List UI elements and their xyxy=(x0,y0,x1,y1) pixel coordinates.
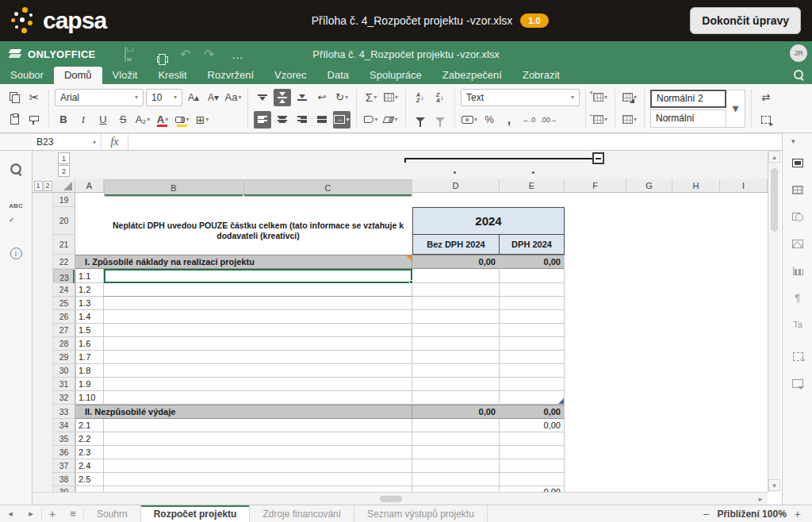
cell-bc[interactable] xyxy=(104,324,412,337)
horizontal-scrollbar[interactable]: ▸ xyxy=(33,492,768,505)
redo-button[interactable]: ↷ xyxy=(199,47,220,62)
row-header[interactable]: 37 xyxy=(53,459,75,473)
cell-bc[interactable] xyxy=(104,297,412,310)
column-header-d[interactable]: D xyxy=(412,179,500,192)
name-box[interactable]: B23 ▾ xyxy=(32,134,102,150)
sheet-list-button[interactable]: ≡ xyxy=(63,505,83,522)
image-settings-icon[interactable] xyxy=(791,236,805,251)
font-size-select[interactable]: 10▾ xyxy=(146,89,182,106)
cell-a[interactable]: 1.1 xyxy=(75,269,104,283)
sheet-tab-rozpocet-projektu[interactable]: Rozpočet projektu xyxy=(141,505,251,522)
orientation-button[interactable]: ↻▾ xyxy=(333,89,350,106)
cell-settings-icon[interactable] xyxy=(791,155,805,170)
cell-a[interactable]: 2.1 xyxy=(75,419,104,432)
row-header[interactable]: 34 xyxy=(53,419,75,432)
search-icon[interactable] xyxy=(793,69,804,80)
cell-bc[interactable] xyxy=(104,337,412,351)
add-sheet-button[interactable]: + xyxy=(42,505,63,522)
tab-data[interactable]: Data xyxy=(317,67,359,84)
format-as-table-button[interactable]: ▾ xyxy=(621,111,638,129)
cell-style-normal[interactable]: Normální xyxy=(650,109,726,128)
row-header[interactable]: 36 xyxy=(53,446,75,459)
row-header[interactable]: 25 xyxy=(53,297,75,310)
vertical-scrollbar[interactable]: ▴ ▾ xyxy=(768,151,780,492)
font-color-button[interactable]: A▾ xyxy=(154,111,171,129)
tab-rozvrzeni[interactable]: Rozvržení xyxy=(197,67,265,84)
tab-vlozit[interactable]: Vložit xyxy=(102,67,148,84)
cell-e[interactable]: 0,00 xyxy=(500,486,565,492)
cell-a[interactable]: 1.4 xyxy=(75,310,104,324)
cell-e[interactable] xyxy=(500,473,565,486)
cell-e[interactable] xyxy=(500,459,565,473)
next-sheet-button[interactable]: ▸ xyxy=(21,505,41,522)
cell-d[interactable]: 0,00 xyxy=(412,255,500,269)
conditional-formatting-button[interactable]: ▾ xyxy=(621,89,638,106)
row-header[interactable]: 28 xyxy=(53,337,75,351)
decrease-decimal-button[interactable]: ←.0 xyxy=(520,111,538,129)
cell-e[interactable] xyxy=(500,446,565,459)
cell-a[interactable]: 2.3 xyxy=(75,446,104,459)
user-avatar[interactable]: JR xyxy=(790,44,807,62)
cell-e[interactable] xyxy=(500,283,565,297)
row-header[interactable]: 38 xyxy=(53,473,75,486)
tab-spoluprace[interactable]: Spolupráce xyxy=(359,67,432,84)
row-header[interactable]: 35 xyxy=(53,432,75,446)
delete-cells-button[interactable]: ▾ xyxy=(592,111,609,129)
sheet-tab-zdroje-financovani[interactable]: Zdroje financování xyxy=(250,505,354,522)
cell-style-selected[interactable]: Normální 2 xyxy=(650,90,726,108)
cell-bc[interactable] xyxy=(104,269,412,283)
cell-e[interactable]: 0,00 xyxy=(500,405,565,419)
percent-style-button[interactable]: % xyxy=(481,111,498,129)
fill-color-button[interactable]: ▾ xyxy=(174,111,191,129)
zoom-in-button[interactable]: + xyxy=(795,508,801,520)
clear-button[interactable]: ▾ xyxy=(382,111,400,129)
decrease-font-button[interactable]: A▾ xyxy=(205,89,222,106)
cell-bc[interactable] xyxy=(104,432,412,446)
cell-d[interactable] xyxy=(412,473,500,486)
cell-bc[interactable] xyxy=(104,446,412,459)
horizontal-scroll-thumb[interactable] xyxy=(380,496,402,502)
row-header[interactable]: 39 xyxy=(53,486,75,492)
increase-font-button[interactable]: A▴ xyxy=(185,89,202,106)
cell-bc[interactable] xyxy=(104,310,412,324)
collapse-group-button[interactable] xyxy=(592,152,604,164)
cell-d[interactable] xyxy=(412,459,500,473)
column-header-e[interactable]: E xyxy=(500,179,565,192)
cell-a[interactable]: 1.3 xyxy=(75,297,104,310)
clear-filter-button[interactable] xyxy=(431,111,449,129)
search-panel-icon[interactable] xyxy=(10,163,22,175)
row-header[interactable]: 33 xyxy=(53,405,75,419)
cell-bc[interactable] xyxy=(104,486,412,492)
row-header[interactable]: 27 xyxy=(53,324,75,337)
scroll-up-button[interactable]: ▴ xyxy=(768,151,780,163)
cell-styles-expand-button[interactable]: ▾ xyxy=(726,90,745,128)
cell-bc[interactable] xyxy=(104,473,412,486)
cell-d[interactable] xyxy=(412,310,500,324)
scroll-down-button[interactable]: ▾ xyxy=(768,479,780,491)
year-header-cell[interactable]: 2024 xyxy=(412,207,565,235)
chart-settings-icon[interactable] xyxy=(791,263,805,278)
insert-function-button[interactable]: fx xyxy=(102,134,128,150)
column-header-a[interactable]: A xyxy=(75,179,104,192)
cell-e[interactable]: 0,00 xyxy=(500,419,565,432)
row-header[interactable]: 26 xyxy=(53,310,75,324)
strikethrough-button[interactable]: S xyxy=(114,111,132,129)
row-header[interactable]: 29 xyxy=(53,351,75,364)
cell-a[interactable]: 1.10 xyxy=(75,391,104,405)
cell-e[interactable] xyxy=(500,351,565,364)
tab-domu[interactable]: Domů xyxy=(54,67,102,84)
zoom-level[interactable]: Přiblížení 100% xyxy=(717,509,786,520)
cell-e[interactable] xyxy=(500,193,565,207)
row-header[interactable]: 31 xyxy=(53,378,75,391)
wrap-text-button[interactable]: ↩ xyxy=(313,89,331,106)
cell-d[interactable]: 0,00 xyxy=(412,405,500,419)
cell-bc[interactable] xyxy=(104,459,412,473)
pivot-table-settings-icon[interactable] xyxy=(791,376,805,390)
cell-d[interactable] xyxy=(412,269,500,283)
cell-d[interactable] xyxy=(412,391,500,405)
cell-e[interactable] xyxy=(500,269,565,283)
tab-zabezpeceni[interactable]: Zabezpečení xyxy=(432,67,512,84)
replace-button[interactable]: ⇄ xyxy=(757,89,775,106)
row-header[interactable]: 22 xyxy=(53,255,75,269)
font-name-select[interactable]: Arial▾ xyxy=(55,89,144,106)
